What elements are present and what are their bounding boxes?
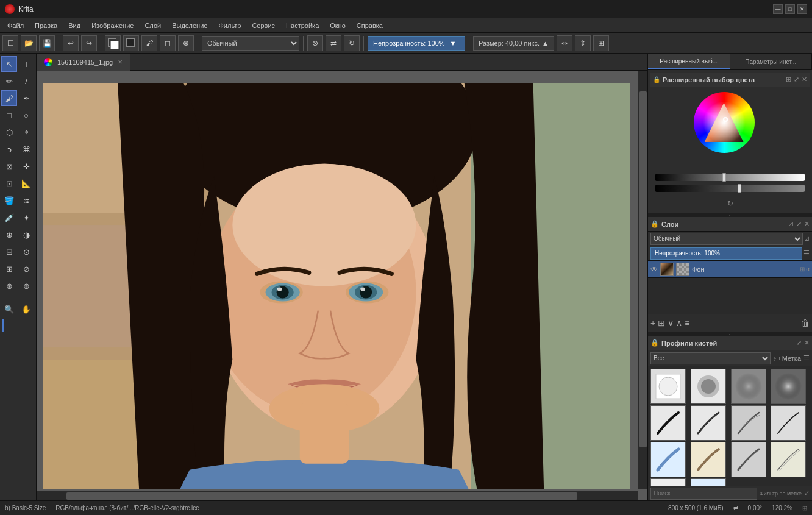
tool-pan[interactable]: ✋ [18, 301, 34, 317]
vscroll-thumb[interactable] [639, 91, 647, 447]
tool-text[interactable]: T [18, 56, 34, 72]
minimize-button[interactable]: — [773, 4, 783, 14]
tool-gradient[interactable]: ≋ [18, 193, 34, 208]
layer-options-button[interactable]: ≡ [685, 318, 689, 328]
menu-layer[interactable]: Слой [140, 21, 166, 30]
tool-contour-select[interactable]: ⊛ [1, 278, 17, 294]
tool-fill[interactable]: 🪣 [1, 193, 17, 208]
brush-item-round[interactable] [650, 478, 686, 486]
move-layer-up-button[interactable]: ∧ [676, 318, 682, 328]
layers-filter-btn[interactable]: ⊿ [804, 235, 810, 243]
tool-calligraphy[interactable]: ✒ [18, 90, 34, 106]
tool-freehand-select[interactable]: ⌖ [18, 124, 34, 140]
layers-opacity-bar[interactable]: Непрозрачность: 100% [650, 247, 802, 260]
layer-visibility-icon[interactable]: 👁 [650, 265, 658, 274]
brush-item-flat[interactable] [691, 478, 726, 486]
brush-search-input[interactable] [650, 488, 757, 500]
toolbar-reset-color[interactable]: ⊗ [307, 35, 323, 51]
hue-slider[interactable] [655, 174, 805, 181]
menu-edit[interactable]: Правка [30, 21, 62, 30]
tool-ellipse-select[interactable]: ⊙ [18, 244, 34, 260]
color-wheel-container[interactable] [694, 92, 767, 165]
brush-panel-float-icon[interactable]: ⤢ [796, 339, 802, 347]
toolbar-save[interactable]: 💾 [39, 35, 55, 51]
brush-item-pen-3[interactable] [731, 405, 766, 441]
tool-select-move[interactable]: ↖ [1, 56, 17, 72]
canvas-viewport[interactable] [37, 71, 647, 500]
toolbar-undo[interactable]: ↩ [63, 35, 79, 51]
layer-alpha-icon[interactable]: α [806, 266, 810, 272]
tab-tool-params[interactable]: Параметры инст... [730, 54, 813, 69]
layers-float-icon[interactable]: ⤢ [796, 220, 802, 228]
opacity-dropdown-icon[interactable]: ▼ [450, 40, 457, 47]
brush-item-chalk[interactable] [731, 442, 766, 477]
color-panel-close-icon[interactable]: ✕ [802, 76, 807, 83]
saturation-thumb[interactable] [738, 184, 741, 193]
move-layer-down-button[interactable]: ∨ [668, 318, 674, 328]
brush-item-pencil[interactable] [771, 442, 806, 477]
brush-list-view-icon[interactable]: ☰ [803, 354, 810, 362]
menu-help[interactable]: Справка [352, 21, 388, 30]
tool-move[interactable]: ✛ [18, 158, 34, 174]
brush-item-crayon[interactable] [691, 442, 726, 477]
brush-panel-close-icon[interactable]: ✕ [804, 339, 810, 347]
tool-similar-select[interactable]: ⊜ [18, 278, 34, 294]
tool-path[interactable]: ⌘ [18, 141, 34, 157]
brush-item-eraser[interactable] [650, 369, 686, 404]
close-button[interactable]: ✕ [797, 4, 807, 14]
tool-smart-patch[interactable]: ✦ [18, 210, 34, 226]
toolbar-new[interactable]: ☐ [2, 35, 18, 51]
tool-zoom[interactable]: 🔍 [1, 301, 17, 317]
tool-dodge[interactable]: ◑ [18, 227, 34, 243]
saturation-slider[interactable] [655, 185, 805, 192]
menu-file[interactable]: Файл [2, 21, 29, 30]
brush-item-ink[interactable] [771, 405, 806, 441]
menu-service[interactable]: Сервис [247, 21, 280, 30]
brush-item-basic-2[interactable] [691, 369, 726, 404]
horizontal-scrollbar[interactable] [37, 491, 638, 500]
vertical-scrollbar[interactable] [638, 71, 647, 489]
tool-line[interactable]: / [18, 73, 34, 89]
brush-item-blur[interactable] [731, 369, 766, 404]
layer-item-1[interactable]: 👁 Фон ⊞ α [648, 261, 812, 278]
add-layer-button[interactable]: + [650, 318, 655, 328]
tool-contiguous-select[interactable]: ↄ [1, 141, 17, 157]
delete-layer-button[interactable]: 🗑 [801, 318, 810, 328]
toolbar-open[interactable]: 📂 [21, 35, 37, 51]
tool-bezier-select[interactable]: ⊘ [18, 261, 34, 277]
layers-blend-mode[interactable]: Обычный [650, 233, 803, 245]
maximize-button[interactable]: □ [785, 4, 795, 14]
toolbar-rotate[interactable]: ↻ [344, 35, 360, 51]
tool-eyedropper[interactable]: 💉 [1, 210, 17, 226]
toolbar-wrap[interactable]: ⊞ [593, 35, 609, 51]
size-control[interactable]: Размер: 40,00 пикс. ▲ [473, 36, 554, 51]
menu-image[interactable]: Изображение [87, 21, 138, 30]
toolbar-color-bg[interactable] [105, 35, 121, 51]
brush-category-select[interactable]: Все [650, 352, 771, 364]
toolbar-redo[interactable]: ↪ [81, 35, 97, 51]
canvas-tab-1[interactable]: 1561109415_1.jpg ✕ [37, 54, 130, 71]
tool-magnetic-select[interactable]: ⊞ [1, 261, 17, 277]
brush-item-pen-1[interactable] [650, 405, 686, 441]
layers-close-icon[interactable]: ✕ [804, 220, 810, 228]
opacity-control[interactable]: Непрозрачность: 100% ▼ [368, 36, 465, 51]
menu-settings[interactable]: Настройка [281, 21, 324, 30]
color-wheel[interactable] [694, 92, 755, 153]
toolbar-mirror-v[interactable]: ⇕ [575, 35, 591, 51]
tool-freehand[interactable]: ✏ [1, 73, 17, 89]
size-stepper-up[interactable]: ▲ [542, 40, 549, 47]
tool-rect[interactable]: □ [1, 107, 17, 123]
layers-filter-icon[interactable]: ⊿ [788, 220, 794, 228]
tool-ellipse[interactable]: ○ [18, 107, 34, 123]
tool-rect-select[interactable]: ⊟ [1, 244, 17, 260]
pan-icon[interactable]: ⇄ [733, 505, 738, 511]
toolbar-swap-color[interactable]: ⇄ [326, 35, 341, 51]
canvas-tab-close[interactable]: ✕ [118, 59, 123, 65]
color-panel-float-icon[interactable]: ⤢ [794, 76, 799, 83]
blend-mode-select[interactable]: Обычный [202, 36, 299, 51]
tool-transform[interactable]: ⊡ [1, 176, 17, 191]
menu-view[interactable]: Вид [63, 21, 85, 30]
toolbar-brush-preset[interactable]: 🖌 [141, 35, 157, 51]
brush-item-pen-2[interactable] [691, 405, 726, 441]
hue-thumb[interactable] [722, 173, 726, 182]
